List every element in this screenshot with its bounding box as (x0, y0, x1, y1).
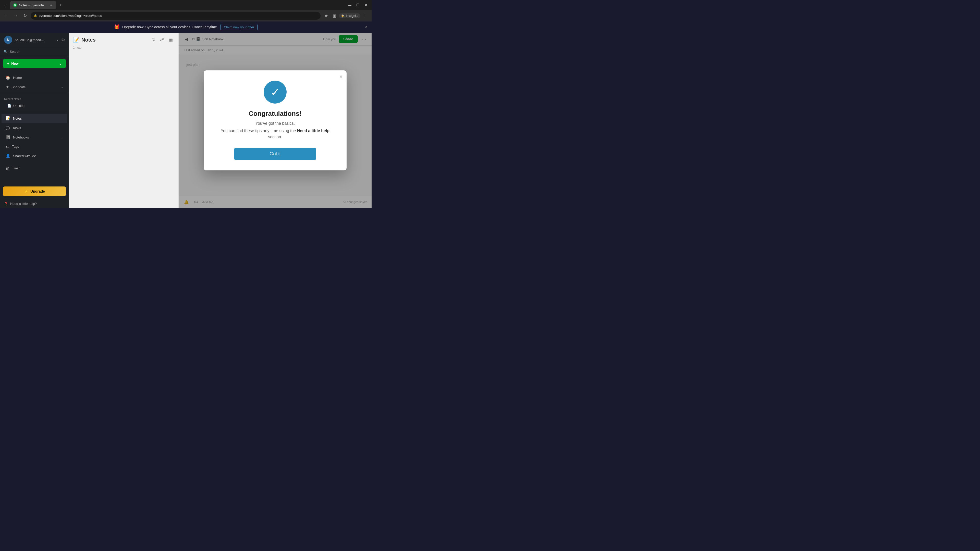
close-button[interactable]: ✕ (363, 2, 369, 9)
modal-title: Congratulations! (216, 110, 334, 118)
new-button-left: + New (7, 62, 19, 65)
incognito-icon: 🕵 (341, 14, 345, 17)
upgrade-section: ⚡ Upgrade (0, 183, 69, 199)
gear-icon[interactable]: ⚙ (61, 38, 65, 42)
modal-subtitle: You've got the basics. (216, 121, 334, 126)
restore-button[interactable]: ❐ (354, 2, 361, 9)
sidebar-divider-2 (0, 112, 69, 112)
upgrade-icon: ⚡ (24, 189, 28, 193)
upgrade-button[interactable]: ⚡ Upgrade (3, 186, 66, 196)
tab-favicon: N (13, 3, 17, 7)
shared-icon: 👤 (6, 154, 11, 158)
modal-desc-pre: You can find these tips any time using t… (221, 129, 297, 133)
modal-desc-bold: Need a little help (297, 129, 329, 133)
sidebar-item-home[interactable]: 🏠 Home (2, 73, 67, 82)
notebooks-chevron-icon: › (62, 136, 63, 139)
filter-button[interactable]: ☍ (159, 36, 165, 43)
url-text: evernote.com/client/web?login=true#/note… (39, 14, 102, 17)
home-icon: 🏠 (6, 75, 11, 80)
incognito-badge: 🕵 Incognito (339, 13, 360, 18)
tags-icon: 🏷 (6, 144, 10, 149)
notes-icon: 📝 (6, 116, 11, 121)
check-circle-icon: ✓ (264, 81, 286, 103)
chevron-down-icon[interactable]: ⌄ (56, 38, 59, 41)
reading-mode-button[interactable]: ▣ (331, 12, 338, 19)
banner-text: Upgrade now. Sync across all your device… (122, 25, 218, 29)
sidebar-item-label: Tags (12, 144, 19, 148)
active-tab[interactable]: N Notes - Evernote × (10, 1, 56, 9)
back-button[interactable]: ← (3, 12, 10, 19)
new-tab-button[interactable]: + (57, 2, 64, 9)
recent-notes-label: Recent Notes (0, 96, 69, 102)
sidebar-item-notes[interactable]: 📝 Notes (2, 114, 67, 123)
search-bar[interactable]: 🔍 Search (0, 47, 69, 56)
new-dropdown-icon[interactable]: ⌄ (59, 62, 62, 65)
sidebar-item-label: Notes (13, 117, 22, 121)
banner-close-button[interactable]: × (365, 25, 368, 29)
main-layout: N 5b3c818b@mood... ⌄ ⚙ 🔍 Search + New ⌄ … (0, 33, 372, 208)
tab-title: Notes - Evernote (19, 3, 44, 7)
checkmark-icon: ✓ (270, 86, 280, 99)
tab-switcher-button[interactable]: ⌄ (2, 2, 9, 9)
sidebar-item-notebooks[interactable]: 📓 Notebooks › (2, 133, 67, 142)
gift-icon: 🎁 (114, 24, 120, 30)
sort-button[interactable]: ⇅ (150, 36, 157, 43)
reload-button[interactable]: ↻ (21, 12, 29, 19)
sidebar-item-label: Home (13, 76, 22, 79)
address-bar: ← → ↻ 🔒 evernote.com/client/web?login=tr… (0, 10, 372, 21)
notebooks-icon: 📓 (6, 135, 11, 140)
modal-description: You can find these tips any time using t… (216, 128, 334, 140)
sidebar-item-shared[interactable]: 👤 Shared with Me (2, 151, 67, 160)
notes-header: 📝 Notes ⇅ ☍ ▦ (69, 33, 178, 45)
note-icon: 📄 (7, 104, 11, 108)
incognito-label: Incognito (346, 14, 358, 17)
notes-toolbar: ⇅ ☍ ▦ (150, 36, 174, 43)
layout-button[interactable]: ▦ (167, 36, 174, 43)
bookmark-button[interactable]: ★ (323, 12, 330, 19)
sidebar-divider (0, 93, 69, 94)
sidebar-item-tags[interactable]: 🏷 Tags (2, 142, 67, 151)
claim-offer-button[interactable]: Claim now your offer (221, 24, 258, 30)
notes-title-text: Notes (81, 37, 96, 43)
notes-count: 1 note (69, 45, 178, 52)
sidebar-item-label: Trash (12, 166, 21, 170)
recent-note-title: Untitled (13, 104, 24, 108)
sidebar-nav: 🏠 Home ★ Shortcuts ⌄ Recent Notes 📄 Unti… (0, 71, 69, 175)
modal-overlay[interactable]: × ✓ Congratulations! You've got the basi… (179, 33, 372, 208)
url-bar[interactable]: 🔒 evernote.com/client/web?login=true#/no… (30, 12, 321, 20)
forward-button[interactable]: → (12, 12, 19, 19)
window-controls: — ❐ ✕ (346, 2, 369, 9)
sidebar-item-shortcuts[interactable]: ★ Shortcuts ⌄ (2, 83, 67, 92)
help-label: Need a little help? (10, 202, 37, 206)
sidebar-item-trash[interactable]: 🗑 Trash (2, 164, 67, 173)
tab-bar: ⌄ N Notes - Evernote × + — ❐ ✕ (0, 0, 372, 10)
notes-panel: 📝 Notes ⇅ ☍ ▦ 1 note (69, 33, 179, 208)
user-name: 5b3c818b@mood... (15, 38, 54, 42)
tab-close-button[interactable]: × (49, 3, 53, 7)
lock-icon: 🔒 (34, 14, 37, 17)
recent-note-untitled[interactable]: 📄 Untitled (0, 102, 69, 110)
avatar: N (4, 36, 12, 44)
help-link[interactable]: ❓ Need a little help? (0, 199, 69, 208)
minimize-button[interactable]: — (346, 2, 353, 9)
address-bar-actions: ★ ▣ 🕵 Incognito ⋮ (323, 12, 369, 19)
shortcuts-icon: ★ (6, 85, 9, 89)
sidebar-item-label: Tasks (13, 126, 21, 130)
notes-title: 📝 Notes (73, 37, 148, 43)
search-label: Search (10, 50, 20, 54)
new-button-label: New (11, 62, 19, 65)
editor-area: ◀ □ 📓 First Notebook Only you Share ⋯ La… (179, 33, 372, 208)
recent-notes-section: Recent Notes 📄 Untitled (0, 95, 69, 110)
congratulations-modal: × ✓ Congratulations! You've got the basi… (204, 70, 347, 170)
sidebar-item-tasks[interactable]: ◯ Tasks (2, 123, 67, 132)
browser-menu-button[interactable]: ⋮ (361, 12, 369, 19)
shortcuts-chevron-icon: ⌄ (61, 86, 63, 89)
new-button[interactable]: + New ⌄ (3, 59, 66, 68)
got-it-button[interactable]: Got it (234, 148, 316, 160)
trash-icon: 🗑 (6, 166, 10, 170)
sidebar: N 5b3c818b@mood... ⌄ ⚙ 🔍 Search + New ⌄ … (0, 33, 69, 208)
modal-close-button[interactable]: × (339, 74, 342, 79)
sidebar-item-label: Shared with Me (13, 154, 36, 158)
help-icon: ❓ (4, 202, 8, 206)
upgrade-label: Upgrade (30, 189, 45, 193)
